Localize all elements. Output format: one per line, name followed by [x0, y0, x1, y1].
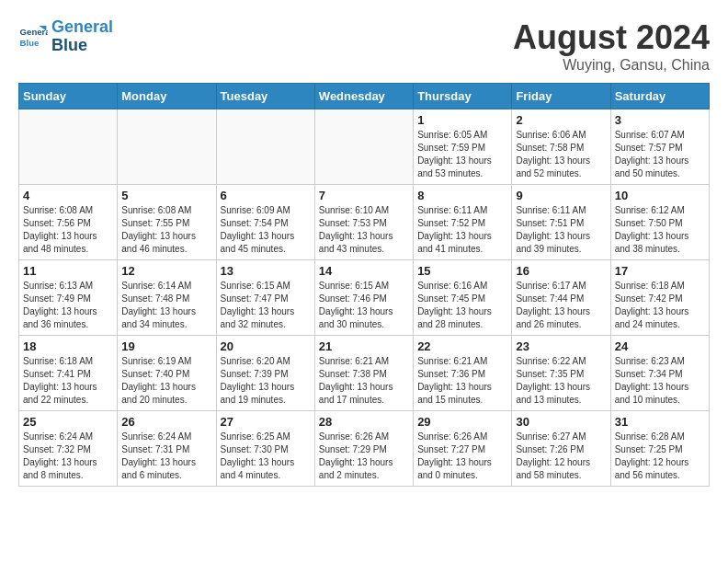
calendar-cell: 9Sunrise: 6:11 AMSunset: 7:51 PMDaylight…	[512, 185, 610, 260]
calendar-cell: 24Sunrise: 6:23 AMSunset: 7:34 PMDayligh…	[610, 336, 709, 411]
day-info: Sunrise: 6:08 AMSunset: 7:55 PMDaylight:…	[121, 204, 211, 256]
day-info: Sunrise: 6:15 AMSunset: 7:47 PMDaylight:…	[221, 280, 311, 331]
day-number: 5	[121, 189, 211, 202]
weekday-header: Tuesday	[216, 84, 314, 109]
day-number: 14	[319, 264, 409, 278]
calendar-cell: 21Sunrise: 6:21 AMSunset: 7:38 PMDayligh…	[314, 336, 413, 411]
day-number: 10	[615, 189, 705, 202]
day-number: 17	[615, 264, 705, 278]
day-info: Sunrise: 6:25 AMSunset: 7:30 PMDaylight:…	[221, 431, 311, 482]
day-number: 1	[417, 113, 507, 127]
logo-icon: General Blue	[18, 22, 48, 52]
calendar-cell: 16Sunrise: 6:17 AMSunset: 7:44 PMDayligh…	[512, 260, 610, 336]
day-number: 27	[221, 415, 311, 429]
day-info: Sunrise: 6:17 AMSunset: 7:44 PMDaylight:…	[516, 280, 606, 331]
day-number: 21	[319, 339, 409, 353]
calendar-week-row: 4Sunrise: 6:08 AMSunset: 7:56 PMDaylight…	[19, 185, 710, 260]
calendar-cell: 17Sunrise: 6:18 AMSunset: 7:42 PMDayligh…	[610, 260, 709, 336]
calendar-cell: 5Sunrise: 6:08 AMSunset: 7:55 PMDaylight…	[118, 185, 216, 260]
calendar-cell: 31Sunrise: 6:28 AMSunset: 7:25 PMDayligh…	[610, 411, 709, 487]
day-info: Sunrise: 6:27 AMSunset: 7:26 PMDaylight:…	[516, 431, 606, 482]
day-number: 2	[516, 113, 606, 127]
logo-text-line2: Blue	[51, 37, 113, 55]
weekday-header: Wednesday	[314, 84, 413, 109]
calendar-cell: 11Sunrise: 6:13 AMSunset: 7:49 PMDayligh…	[19, 260, 118, 336]
day-info: Sunrise: 6:15 AMSunset: 7:46 PMDaylight:…	[319, 280, 409, 331]
day-info: Sunrise: 6:10 AMSunset: 7:53 PMDaylight:…	[319, 204, 409, 256]
day-info: Sunrise: 6:14 AMSunset: 7:48 PMDaylight:…	[121, 280, 211, 331]
calendar-table: SundayMondayTuesdayWednesdayThursdayFrid…	[18, 83, 710, 487]
day-number: 16	[516, 264, 606, 278]
calendar-week-row: 25Sunrise: 6:24 AMSunset: 7:32 PMDayligh…	[19, 411, 710, 487]
calendar-cell	[19, 109, 118, 185]
day-info: Sunrise: 6:21 AMSunset: 7:36 PMDaylight:…	[417, 355, 507, 407]
calendar-week-row: 18Sunrise: 6:18 AMSunset: 7:41 PMDayligh…	[19, 336, 710, 411]
calendar-cell	[118, 109, 216, 185]
day-info: Sunrise: 6:28 AMSunset: 7:25 PMDaylight:…	[615, 431, 705, 482]
calendar-cell: 2Sunrise: 6:06 AMSunset: 7:58 PMDaylight…	[512, 109, 610, 185]
month-year-title: August 2024	[513, 18, 710, 57]
day-info: Sunrise: 6:13 AMSunset: 7:49 PMDaylight:…	[23, 280, 113, 331]
day-info: Sunrise: 6:21 AMSunset: 7:38 PMDaylight:…	[319, 355, 409, 407]
page-header: General Blue General Blue August 2024 Wu…	[18, 18, 710, 74]
day-info: Sunrise: 6:11 AMSunset: 7:52 PMDaylight:…	[417, 204, 507, 256]
day-number: 26	[121, 415, 211, 429]
calendar-cell: 29Sunrise: 6:26 AMSunset: 7:27 PMDayligh…	[414, 411, 512, 487]
day-info: Sunrise: 6:22 AMSunset: 7:35 PMDaylight:…	[516, 355, 606, 407]
calendar-cell: 25Sunrise: 6:24 AMSunset: 7:32 PMDayligh…	[19, 411, 118, 487]
calendar-cell: 13Sunrise: 6:15 AMSunset: 7:47 PMDayligh…	[216, 260, 314, 336]
day-number: 12	[121, 264, 211, 278]
day-info: Sunrise: 6:18 AMSunset: 7:42 PMDaylight:…	[615, 280, 705, 331]
day-number: 29	[417, 415, 507, 429]
day-number: 7	[319, 189, 409, 202]
weekday-header-row: SundayMondayTuesdayWednesdayThursdayFrid…	[19, 84, 710, 109]
weekday-header: Sunday	[19, 84, 118, 109]
calendar-cell: 22Sunrise: 6:21 AMSunset: 7:36 PMDayligh…	[414, 336, 512, 411]
calendar-cell: 19Sunrise: 6:19 AMSunset: 7:40 PMDayligh…	[118, 336, 216, 411]
day-info: Sunrise: 6:26 AMSunset: 7:29 PMDaylight:…	[319, 431, 409, 482]
day-info: Sunrise: 6:16 AMSunset: 7:45 PMDaylight:…	[417, 280, 507, 331]
calendar-cell: 6Sunrise: 6:09 AMSunset: 7:54 PMDaylight…	[216, 185, 314, 260]
day-number: 6	[221, 189, 311, 202]
calendar-week-row: 11Sunrise: 6:13 AMSunset: 7:49 PMDayligh…	[19, 260, 710, 336]
calendar-cell: 20Sunrise: 6:20 AMSunset: 7:39 PMDayligh…	[216, 336, 314, 411]
day-number: 25	[23, 415, 113, 429]
day-number: 28	[319, 415, 409, 429]
calendar-cell: 18Sunrise: 6:18 AMSunset: 7:41 PMDayligh…	[19, 336, 118, 411]
calendar-cell: 4Sunrise: 6:08 AMSunset: 7:56 PMDaylight…	[19, 185, 118, 260]
calendar-cell: 30Sunrise: 6:27 AMSunset: 7:26 PMDayligh…	[512, 411, 610, 487]
calendar-cell: 10Sunrise: 6:12 AMSunset: 7:50 PMDayligh…	[610, 185, 709, 260]
day-number: 11	[23, 264, 113, 278]
day-info: Sunrise: 6:19 AMSunset: 7:40 PMDaylight:…	[121, 355, 211, 407]
day-info: Sunrise: 6:24 AMSunset: 7:31 PMDaylight:…	[121, 431, 211, 482]
weekday-header: Friday	[512, 84, 610, 109]
calendar-cell: 8Sunrise: 6:11 AMSunset: 7:52 PMDaylight…	[414, 185, 512, 260]
day-number: 22	[417, 339, 507, 353]
calendar-cell: 28Sunrise: 6:26 AMSunset: 7:29 PMDayligh…	[314, 411, 413, 487]
day-info: Sunrise: 6:09 AMSunset: 7:54 PMDaylight:…	[221, 204, 311, 256]
weekday-header: Thursday	[414, 84, 512, 109]
calendar-cell: 3Sunrise: 6:07 AMSunset: 7:57 PMDaylight…	[610, 109, 709, 185]
day-number: 23	[516, 339, 606, 353]
calendar-cell: 23Sunrise: 6:22 AMSunset: 7:35 PMDayligh…	[512, 336, 610, 411]
day-number: 9	[516, 189, 606, 202]
calendar-cell: 27Sunrise: 6:25 AMSunset: 7:30 PMDayligh…	[216, 411, 314, 487]
day-number: 30	[516, 415, 606, 429]
logo: General Blue General Blue	[18, 18, 113, 55]
day-info: Sunrise: 6:07 AMSunset: 7:57 PMDaylight:…	[615, 129, 705, 180]
weekday-header: Monday	[118, 84, 216, 109]
logo-text-line1: General	[51, 18, 113, 37]
day-number: 20	[221, 339, 311, 353]
calendar-cell: 12Sunrise: 6:14 AMSunset: 7:48 PMDayligh…	[118, 260, 216, 336]
day-number: 24	[615, 339, 705, 353]
calendar-cell: 1Sunrise: 6:05 AMSunset: 7:59 PMDaylight…	[414, 109, 512, 185]
day-number: 4	[23, 189, 113, 202]
day-info: Sunrise: 6:05 AMSunset: 7:59 PMDaylight:…	[417, 129, 507, 180]
day-info: Sunrise: 6:24 AMSunset: 7:32 PMDaylight:…	[23, 431, 113, 482]
location-subtitle: Wuying, Gansu, China	[513, 57, 710, 74]
day-info: Sunrise: 6:08 AMSunset: 7:56 PMDaylight:…	[23, 204, 113, 256]
day-info: Sunrise: 6:12 AMSunset: 7:50 PMDaylight:…	[615, 204, 705, 256]
weekday-header: Saturday	[610, 84, 709, 109]
day-number: 13	[221, 264, 311, 278]
day-info: Sunrise: 6:23 AMSunset: 7:34 PMDaylight:…	[615, 355, 705, 407]
